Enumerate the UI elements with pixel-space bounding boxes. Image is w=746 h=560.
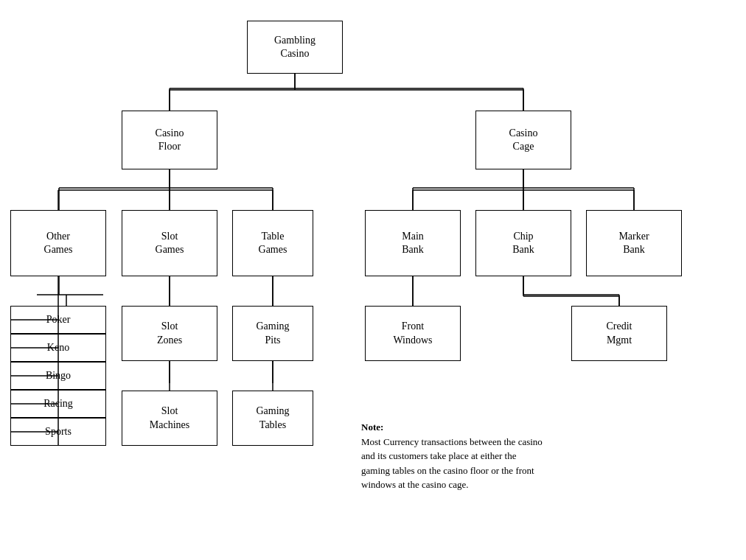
casino-floor-node: Casino Floor xyxy=(122,111,217,169)
note-body: Most Currency transactions between the c… xyxy=(361,436,543,491)
slot-zones-node: Slot Zones xyxy=(122,306,217,361)
marker-bank-node: Marker Bank xyxy=(586,210,682,276)
gaming-pits-node: Gaming Pits xyxy=(232,306,313,361)
gambling-casino-node: Gambling Casino xyxy=(247,21,343,74)
table-games-node: Table Games xyxy=(232,210,313,276)
credit-mgmt-node: Credit Mgmt xyxy=(571,306,667,361)
other-games-node: Other Games xyxy=(10,210,106,276)
bingo-node: Bingo xyxy=(10,362,106,390)
note-section: Note: Most Currency transactions between… xyxy=(361,420,708,492)
diagram: Gambling Casino Casino Floor Casino Cage… xyxy=(0,0,746,560)
note-title: Note: xyxy=(361,421,383,433)
poker-node: Poker xyxy=(10,306,106,334)
chip-bank-node: Chip Bank xyxy=(475,210,571,276)
sports-node: Sports xyxy=(10,418,106,446)
slot-machines-node: Slot Machines xyxy=(122,391,217,446)
main-bank-node: Main Bank xyxy=(365,210,461,276)
gaming-tables-node: Gaming Tables xyxy=(232,391,313,446)
racing-node: Racing xyxy=(10,390,106,418)
keno-node: Keno xyxy=(10,334,106,362)
casino-cage-node: Casino Cage xyxy=(475,111,571,169)
slot-games-node: Slot Games xyxy=(122,210,217,276)
front-windows-node: Front Windows xyxy=(365,306,461,361)
